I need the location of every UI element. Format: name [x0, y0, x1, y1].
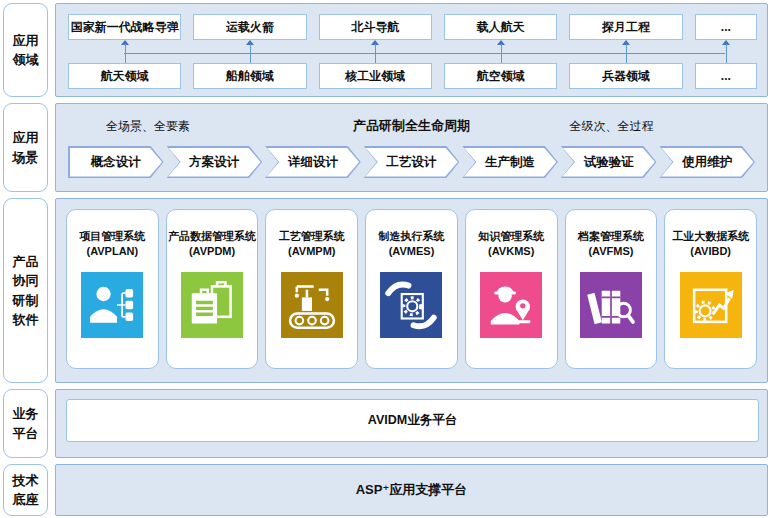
architecture-diagram: 应用领域 国家新一代战略导弹 航天领域 运载火箭 船舶领域 北斗导航 核工业领域: [0, 0, 771, 518]
stage-chevron: 生产制造: [462, 146, 558, 178]
gear-chart-icon: [680, 272, 742, 338]
business-platform-section: AVIDM业务平台: [55, 389, 768, 458]
hands-gear-icon: [380, 272, 442, 338]
stage-chevron: 工艺设计: [364, 146, 460, 178]
robot-conveyor-icon: [281, 272, 343, 338]
row-technical-foundation: 技术底座 ASP⁺应用支撑平台: [3, 464, 768, 516]
software-card-avmpm: 工艺管理系统 (AVMPM): [265, 209, 358, 369]
software-card-avmes: 制造执行系统 (AVMES): [365, 209, 458, 369]
scenario-right-note: 全级次、全过程: [470, 118, 753, 135]
label-business-platform: 业务平台: [3, 389, 48, 458]
field-box: 核工业领域: [319, 63, 432, 89]
engineer-pin-icon: [480, 272, 542, 338]
stage-chevron: 详细设计: [265, 146, 361, 178]
field-box: 航空领域: [444, 63, 557, 89]
stage-chevron: 试验验证: [561, 146, 657, 178]
row-application-scenarios: 应用场景 全场景、全要素 产品研制全生命周期 全级次、全过程 概念设计 方案设计…: [3, 103, 768, 192]
domain-column: 北斗导航 核工业领域: [319, 14, 432, 89]
label-application-domains: 应用领域: [3, 3, 48, 97]
software-card-avpdm: 产品数据管理系统 (AVPDM): [166, 209, 259, 369]
application-scenarios-section: 全场景、全要素 产品研制全生命周期 全级次、全过程 概念设计 方案设计 详细设计…: [55, 103, 768, 192]
clipboard-icon: [181, 272, 243, 338]
domain-column: 运载火箭 船舶领域: [193, 14, 306, 89]
field-box: 兵器领域: [569, 63, 682, 89]
avidm-platform-box: AVIDM业务平台: [66, 399, 759, 442]
program-box: 国家新一代战略导弹: [68, 14, 181, 40]
domain-column: 国家新一代战略导弹 航天领域: [68, 14, 181, 89]
field-box-more: ...: [695, 63, 757, 89]
software-card-avfms: 档案管理系统 (AVFMS): [565, 209, 658, 369]
asp-platform-text: ASP⁺应用支撑平台: [56, 465, 767, 515]
stage-chevron: 使用维护: [659, 146, 755, 178]
software-card-avplan: 项目管理系统 (AVPLAN): [66, 209, 159, 369]
domain-column-more: ... ...: [695, 14, 757, 89]
up-arrow-icon: [319, 40, 432, 63]
row-software-suite: 产品协同研制软件 项目管理系统 (AVPLAN): [3, 198, 768, 383]
label-software-suite: 产品协同研制软件: [3, 198, 48, 383]
up-arrow-icon: [695, 40, 757, 63]
person-orgchart-icon: [81, 272, 143, 338]
technical-foundation-section: ASP⁺应用支撑平台: [55, 464, 768, 516]
stage-chevron: 方案设计: [167, 146, 263, 178]
label-application-scenarios: 应用场景: [3, 103, 48, 192]
program-box-more: ...: [695, 14, 757, 40]
scenario-left-note: 全场景、全要素: [70, 118, 353, 135]
lifecycle-stages: 概念设计 方案设计 详细设计 工艺设计 生产制造 试验验证 使用维护: [68, 146, 755, 178]
row-business-platform: 业务平台 AVIDM业务平台: [3, 389, 768, 458]
lifecycle-title: 产品研制全生命周期: [353, 117, 470, 135]
up-arrow-icon: [569, 40, 682, 63]
stage-chevron: 概念设计: [68, 146, 164, 178]
books-magnifier-icon: [580, 272, 642, 338]
software-suite-section: 项目管理系统 (AVPLAN) 产品数据管理系: [55, 198, 768, 383]
up-arrow-icon: [193, 40, 306, 63]
up-arrow-icon: [444, 40, 557, 63]
row-application-domains: 应用领域 国家新一代战略导弹 航天领域 运载火箭 船舶领域 北斗导航 核工业领域: [3, 3, 768, 97]
label-technical-foundation: 技术底座: [3, 464, 48, 516]
program-box: 载人航天: [444, 14, 557, 40]
software-card-avibd: 工业大数据系统 (AVIBD): [664, 209, 757, 369]
program-box: 北斗导航: [319, 14, 432, 40]
software-card-avkms: 知识管理系统 (AVKMS): [465, 209, 558, 369]
program-box: 探月工程: [569, 14, 682, 40]
up-arrow-icon: [68, 40, 181, 63]
domain-column: 载人航天 航空领域: [444, 14, 557, 89]
application-domains-section: 国家新一代战略导弹 航天领域 运载火箭 船舶领域 北斗导航 核工业领域 载人航天: [55, 3, 768, 97]
field-box: 船舶领域: [193, 63, 306, 89]
program-box: 运载火箭: [193, 14, 306, 40]
domain-column: 探月工程 兵器领域: [569, 14, 682, 89]
field-box: 航天领域: [68, 63, 181, 89]
